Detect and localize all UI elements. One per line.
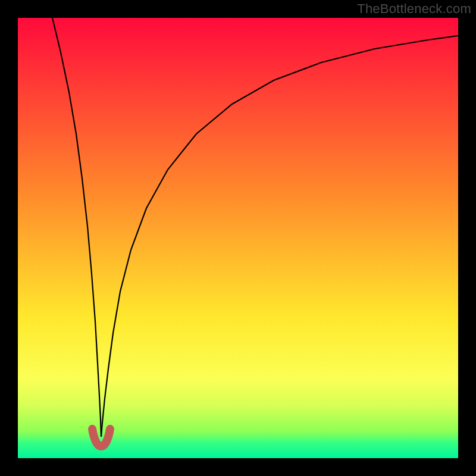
chart-container: TheBottleneck.com: [0, 0, 476, 476]
watermark-label: TheBottleneck.com: [357, 1, 471, 17]
plot-background: [18, 18, 458, 458]
bottleneck-plot: [0, 0, 476, 476]
